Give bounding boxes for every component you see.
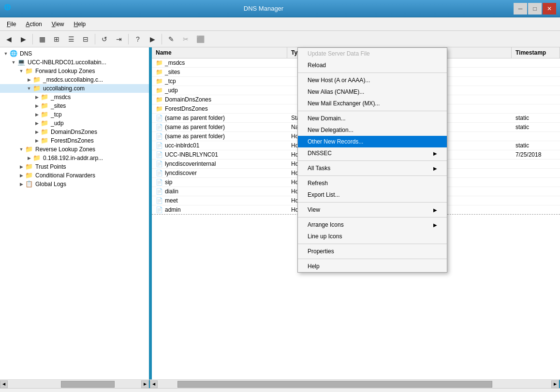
show-action-pane-button[interactable]: ⊞ [50, 33, 63, 45]
show-hide-tree-button[interactable]: ▦ [35, 33, 49, 45]
ctx-help[interactable]: Help [298, 261, 447, 272]
tree-item-msdcs-sub[interactable]: ▶ 📁 _msdcs [0, 93, 149, 102]
minimize-button[interactable]: ─ [514, 3, 527, 15]
expander-uccollabing[interactable]: ▼ [25, 85, 33, 92]
scroll-right-btn[interactable]: ▶ [141, 380, 149, 388]
help-button[interactable]: ? [131, 33, 145, 45]
tree-item-tcp-sub[interactable]: ▶ 📁 _tcp [0, 110, 149, 119]
ctx-other-new-records[interactable]: Other New Records... [298, 136, 447, 147]
expander-server[interactable]: ▼ [10, 58, 17, 66]
ctx-reload[interactable]: Reload [298, 59, 447, 71]
restore-button[interactable]: □ [528, 3, 542, 15]
tree-pane[interactable]: ▼ 🌐 DNS ▼ 💻 UCC-INBLRDC01.uccollabin... … [0, 47, 150, 379]
tree-item-uccollabing[interactable]: ▼ 📁 uccollabing.com [0, 84, 149, 93]
detail-view-button[interactable]: ⊟ [79, 33, 92, 45]
window-title: DNS Manager [14, 5, 514, 12]
list-scroll-track[interactable] [158, 380, 551, 388]
tree-item-192[interactable]: ▶ 📁 0.168.192.in-addr.arp... [0, 154, 149, 162]
expander-sites-sub[interactable]: ▶ [33, 102, 41, 110]
tree-item-trust[interactable]: ▶ 📁 Trust Points [0, 162, 149, 171]
tree-item-server[interactable]: ▼ 💻 UCC-INBLRDC01.uccollabin... [0, 58, 149, 67]
tree-item-domaindns-sub[interactable]: ▶ 📁 DomainDnsZones [0, 128, 149, 136]
tree-label-msdcs-sub: _msdcs [51, 94, 71, 101]
forward-button[interactable]: ▶ [16, 33, 30, 45]
tree-scroll-thumb[interactable] [61, 381, 114, 388]
expander-domaindns-sub[interactable]: ▶ [33, 128, 41, 136]
properties-button[interactable]: ▶ [146, 33, 159, 45]
ctx-new-mail[interactable]: New Mail Exchanger (MX)... [298, 98, 447, 109]
ctx-new-alias[interactable]: New Alias (CNAME)... [298, 86, 447, 98]
scroll-left-btn[interactable]: ◀ [0, 380, 8, 388]
tree-item-udp-sub[interactable]: ▶ 📁 _udp [0, 119, 149, 128]
tree-scrollbar[interactable]: ◀ ▶ [0, 380, 150, 388]
submenu-arrow-dnssec: ▶ [433, 151, 437, 156]
tree-item-conditional[interactable]: ▶ 📁 Conditional Forwarders [0, 171, 149, 180]
expander-192[interactable]: ▶ [25, 154, 33, 162]
tree-label-forward: Forward Lookup Zones [35, 68, 95, 74]
expander-forward[interactable]: ▼ [17, 67, 25, 75]
ctx-sep5 [298, 202, 447, 203]
ctx-refresh[interactable]: Refresh [298, 177, 447, 189]
separator1 [32, 34, 33, 44]
new-window-button[interactable]: ✎ [164, 33, 178, 45]
expander-forestdns-sub[interactable]: ▶ [33, 137, 41, 145]
col-header-timestamp[interactable]: Timestamp [512, 47, 560, 58]
back-button[interactable]: ◀ [2, 33, 15, 45]
expander-msdcs-root[interactable]: ▶ [25, 76, 33, 84]
ctx-arrange-icons[interactable]: Arrange Icons ▶ [298, 219, 447, 231]
tree-item-sites-sub[interactable]: ▶ 📁 _sites [0, 102, 149, 110]
tree-label-msdcs-root: _msdcs.uccollabing.c... [43, 76, 103, 83]
tree-scroll-track[interactable] [8, 380, 141, 388]
tree-item-msdcs-root[interactable]: ▶ 📁 _msdcs.uccollabing.c... [0, 75, 149, 84]
menu-view[interactable]: View [47, 19, 69, 29]
tree-label-sites-sub: _sites [51, 102, 66, 109]
list-view-button[interactable]: ☰ [64, 33, 78, 45]
folder-192-icon: 📁 [33, 154, 42, 162]
ctx-properties[interactable]: Properties [298, 246, 447, 257]
expander-trust[interactable]: ▶ [17, 163, 25, 171]
tree-item-dns[interactable]: ▼ 🌐 DNS [0, 49, 149, 58]
expander-reverse[interactable]: ▼ [17, 145, 25, 153]
ctx-view[interactable]: View ▶ [298, 204, 447, 216]
tree-label-domaindns-sub: DomainDnsZones [51, 129, 97, 135]
record-icon: 📄 [156, 170, 163, 176]
properties2-button[interactable]: ⬛ [193, 33, 207, 45]
tree-item-forward[interactable]: ▼ 📁 Forward Lookup Zones [0, 67, 149, 75]
ctx-all-tasks[interactable]: All Tasks ▶ [298, 162, 447, 174]
close-button[interactable]: ✕ [543, 3, 556, 15]
scroll-left-list-btn[interactable]: ◀ [150, 380, 158, 388]
ctx-export-list[interactable]: Export List... [298, 189, 447, 201]
tree-item-logs[interactable]: ▶ 📋 Global Logs [0, 180, 149, 189]
tree-item-forestdns-sub[interactable]: ▶ 📁 ForestDnsZones [0, 136, 149, 145]
col-header-name[interactable]: Name [152, 47, 287, 58]
list-scrollbar[interactable]: ◀ ▶ [150, 380, 560, 388]
expander-logs[interactable]: ▶ [17, 180, 25, 188]
record-icon: 📄 [156, 197, 163, 204]
expander-msdcs-sub[interactable]: ▶ [33, 93, 41, 101]
delete-button[interactable]: ✂ [179, 33, 192, 45]
expander-tcp-sub[interactable]: ▶ [33, 111, 41, 118]
export-button[interactable]: ⇥ [112, 33, 126, 45]
bottom-scrollbars: ◀ ▶ ◀ ▶ [0, 379, 560, 388]
refresh-button[interactable]: ↺ [98, 33, 111, 45]
menu-file[interactable]: File [2, 19, 21, 29]
ctx-new-host[interactable]: New Host (A or AAAA)... [298, 74, 447, 86]
ctx-new-delegation[interactable]: New Delegation... [298, 124, 447, 136]
tree-item-reverse[interactable]: ▼ 📁 Reverse Lookup Zones [0, 145, 149, 154]
tree-label-udp-sub: _udp [51, 120, 64, 127]
record-icon: 📄 [156, 133, 163, 140]
ctx-update-server[interactable]: Update Server Data File [298, 48, 447, 59]
ctx-lineup-icons[interactable]: Line up Icons [298, 231, 447, 242]
expander-conditional[interactable]: ▶ [17, 172, 25, 179]
title-bar: 🌐 DNS Manager ─ □ ✕ [0, 0, 560, 17]
folder-row-icon: 📁 [156, 69, 163, 75]
menu-help[interactable]: Help [69, 19, 91, 29]
expander-dns[interactable]: ▼ [2, 50, 10, 58]
folder-row-icon: 📁 [156, 78, 163, 85]
menu-action[interactable]: Action [21, 19, 46, 29]
list-scroll-thumb[interactable] [177, 381, 492, 388]
ctx-dnssec[interactable]: DNSSEC ▶ [298, 147, 447, 159]
scroll-right-list-btn[interactable]: ▶ [551, 380, 559, 388]
expander-udp-sub[interactable]: ▶ [33, 119, 41, 127]
ctx-new-domain[interactable]: New Domain... [298, 113, 447, 124]
